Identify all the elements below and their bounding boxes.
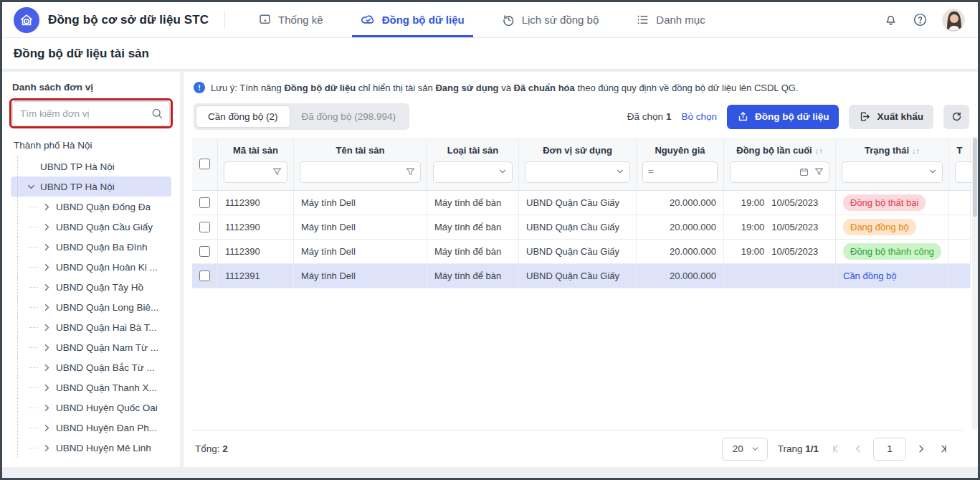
- sync-time: 19:00: [741, 222, 765, 232]
- tree-item[interactable]: UBND Huyện Đan Ph...: [11, 418, 171, 438]
- tree-item[interactable]: UBND Quận Hoàn Ki ...: [11, 257, 171, 277]
- tree-item[interactable]: UBND Quận Tây Hồ: [11, 277, 171, 297]
- tree-item[interactable]: UBND Huyện Quốc Oai: [11, 397, 171, 418]
- scrollbar-thumb[interactable]: [973, 138, 977, 217]
- tree-chevron-icon[interactable]: [42, 383, 52, 392]
- sync-data-button[interactable]: Đồng bộ dữ liệu: [727, 105, 839, 129]
- sync-date: 10/05/2023: [771, 246, 818, 257]
- refresh-button[interactable]: [943, 105, 969, 129]
- sort-icon[interactable]: ↓↑: [815, 146, 823, 155]
- sort-icon[interactable]: ↓↑: [912, 146, 920, 155]
- cell-last-sync: [724, 264, 836, 288]
- tree-item[interactable]: UBND Huyện Mê Linh: [11, 438, 171, 458]
- row-checkbox[interactable]: [199, 246, 210, 257]
- tree-item[interactable]: UBND Quận Cầu Giấy: [11, 217, 171, 237]
- tree-item[interactable]: UBND Quận Nam Từ ...: [11, 337, 171, 357]
- info-icon: !: [194, 82, 205, 93]
- tree-item[interactable]: UBND Quận Ba Đình: [11, 237, 171, 257]
- col-asset-type: Loại tài sản: [427, 139, 519, 190]
- tree-chevron-icon[interactable]: [42, 303, 52, 312]
- help-button[interactable]: [913, 12, 928, 27]
- prev-page-button[interactable]: [851, 441, 866, 456]
- export-button[interactable]: Xuất khẩu: [849, 105, 933, 129]
- table-row[interactable]: 1112390 Máy tính Dell Máy tính để bàn UB…: [192, 215, 971, 240]
- tree-item[interactable]: UBND Quận Hai Bà T...: [11, 317, 171, 337]
- table-row[interactable]: 1112391 Máy tính Dell Máy tính để bàn UB…: [192, 264, 971, 288]
- tree-item[interactable]: UBND TP Hà Nội: [11, 177, 171, 197]
- tree-chevron-icon[interactable]: [42, 323, 52, 332]
- cell-truncated: [949, 191, 971, 215]
- filter-icon[interactable]: [814, 166, 824, 177]
- tree-root-item[interactable]: Thành phố Hà Nội: [11, 137, 171, 156]
- page-titlebar: Đồng bộ dữ liệu tài sản: [2, 38, 978, 70]
- total-count: Tổng: 2: [195, 443, 228, 454]
- table-row[interactable]: 1112390 Máy tính Dell Máy tính để bàn UB…: [192, 191, 971, 215]
- sync-date: 10/05/2023: [771, 222, 818, 232]
- cell-asset-code: 1112390: [218, 215, 294, 239]
- toolbar: Cần đồng bộ (2) Đã đồng bộ (298.994) Đã …: [192, 96, 978, 138]
- next-page-button[interactable]: [913, 441, 928, 456]
- nav-tab-label: Thống kê: [278, 14, 323, 26]
- user-avatar[interactable]: [942, 9, 965, 32]
- tree-item[interactable]: UBND Quận Đống Đa: [11, 197, 171, 217]
- tree-chevron-icon[interactable]: [27, 182, 36, 192]
- cell-asset-code: 1112390: [218, 191, 294, 215]
- row-checkbox[interactable]: [199, 270, 210, 281]
- tree-chevron-icon[interactable]: [42, 222, 52, 232]
- chevron-down-icon[interactable]: [498, 166, 508, 177]
- tree-chevron-icon[interactable]: [42, 343, 52, 352]
- nav-tab-sync-history[interactable]: Lịch sử đồng bộ: [486, 2, 615, 37]
- tree-chevron-icon[interactable]: [42, 283, 52, 292]
- tree-chevron-icon[interactable]: [42, 243, 52, 252]
- bell-icon: [883, 12, 898, 27]
- search-icon[interactable]: [151, 107, 163, 120]
- vertical-scrollbar[interactable]: [972, 136, 978, 430]
- clear-selection-button[interactable]: Bỏ chọn: [681, 111, 717, 122]
- col-asset-name: Tên tài sản: [294, 139, 427, 190]
- filter-price-input[interactable]: [642, 161, 718, 183]
- nav-tab-catalog[interactable]: Danh mục: [620, 2, 720, 37]
- nav-tab-data-sync[interactable]: Đồng bộ dữ liệu: [345, 2, 480, 37]
- chevron-down-icon[interactable]: [928, 166, 938, 177]
- filter-icon[interactable]: [272, 166, 282, 177]
- select-all-checkbox[interactable]: [199, 159, 210, 169]
- nav-tab-statistics[interactable]: Thống kê: [242, 2, 339, 37]
- chevron-down-icon[interactable]: [615, 166, 625, 177]
- row-checkbox[interactable]: [199, 197, 210, 208]
- tree-chevron-icon[interactable]: [42, 363, 52, 372]
- cell-asset-type: Máy tính để bàn: [427, 215, 519, 239]
- tab-need-sync[interactable]: Cần đồng bộ (2): [196, 105, 290, 128]
- cell-truncated: [949, 215, 971, 239]
- first-page-button[interactable]: [829, 441, 844, 456]
- main-nav: Thống kê Đồng bộ dữ liệu Lịch sử đồng bộ…: [242, 2, 721, 37]
- tree-item[interactable]: UBND Quận Thanh X...: [11, 377, 171, 397]
- tree-chevron-icon[interactable]: [42, 443, 52, 453]
- tree-item[interactable]: UBND Quận Bắc Từ ...: [11, 357, 171, 377]
- page-size-select[interactable]: 20: [722, 438, 768, 461]
- tree-item[interactable]: UBND TP Hà Nội: [11, 156, 171, 177]
- filter-using-unit-select[interactable]: [525, 161, 630, 183]
- cell-asset-type: Máy tính để bàn: [427, 240, 519, 263]
- tree-item[interactable]: UBND Quận Long Biê...: [11, 297, 171, 317]
- app-logo-icon[interactable]: [14, 7, 39, 33]
- tab-synced[interactable]: Đã đồng bộ (298.994): [290, 105, 407, 128]
- cell-last-sync: 19:0010/05/2023: [724, 240, 836, 263]
- notifications-button[interactable]: [883, 12, 898, 27]
- tree-chevron-icon[interactable]: [42, 202, 52, 212]
- table-body: 1112390 Máy tính Dell Máy tính để bàn UB…: [192, 191, 971, 430]
- tree-chevron-icon[interactable]: [42, 403, 52, 413]
- table-row[interactable]: 1112390 Máy tính Dell Máy tính để bàn UB…: [192, 240, 971, 264]
- tree-item-label: UBND Quận Hai Bà T...: [56, 322, 157, 333]
- equals-icon[interactable]: =: [648, 166, 654, 177]
- row-checkbox[interactable]: [199, 222, 210, 232]
- page-number-input[interactable]: [873, 438, 906, 461]
- tree-chevron-icon[interactable]: [42, 423, 52, 433]
- calendar-icon[interactable]: [799, 166, 809, 177]
- unit-search-input[interactable]: [12, 101, 170, 126]
- tree-chevron-icon[interactable]: [42, 263, 52, 272]
- assets-table: Mã tài sản Tên tài sản Loại tài sản: [192, 138, 971, 467]
- filter-asset-name-input[interactable]: [300, 161, 421, 183]
- last-page-button[interactable]: [936, 441, 951, 456]
- cell-original-price: 20.000.000: [637, 191, 724, 215]
- filter-icon[interactable]: [405, 166, 416, 177]
